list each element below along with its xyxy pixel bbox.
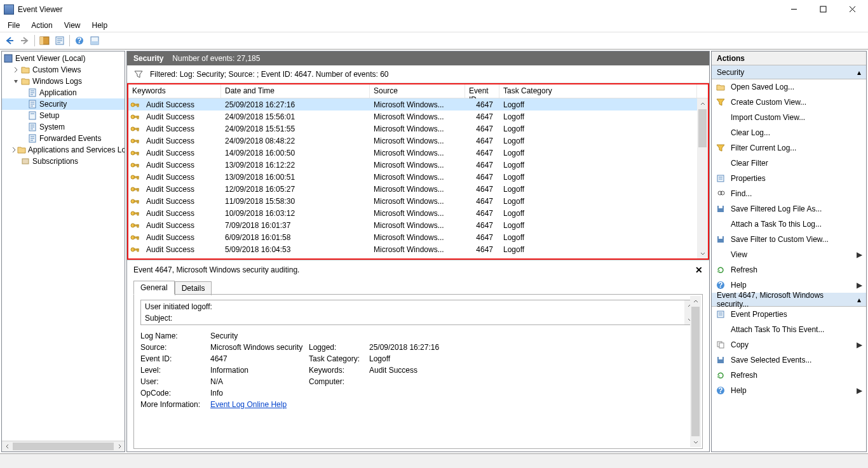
event-row[interactable]: Audit Success5/09/2018 16:04:53Microsoft… (128, 243, 708, 255)
event-row[interactable]: Audit Success24/09/2018 08:48:22Microsof… (128, 135, 708, 147)
close-button[interactable] (837, 0, 867, 19)
action-item[interactable]: Save Selected Events... (712, 352, 866, 368)
scroll-right-icon[interactable] (114, 441, 125, 451)
scroll-left-icon[interactable] (2, 441, 13, 451)
filter-bar: Filtered: Log: Security; Source: ; Event… (127, 65, 709, 83)
event-row[interactable]: Audit Success13/09/2018 16:12:22Microsof… (128, 159, 708, 171)
key-icon (130, 160, 140, 170)
event-row[interactable]: Audit Success13/09/2018 16:00:51Microsof… (128, 171, 708, 183)
menu-file[interactable]: File (3, 20, 25, 31)
tree-security[interactable]: Security (2, 98, 125, 110)
action-item[interactable]: Save Filter to Custom View... (712, 232, 866, 247)
event-row[interactable]: Audit Success6/09/2018 16:01:58Microsoft… (128, 231, 708, 243)
detail-vscrollbar[interactable] (690, 296, 701, 447)
help-button[interactable]: ? (72, 34, 86, 48)
center-heading-title: Security (133, 54, 163, 63)
cell-datetime: 24/09/2018 15:56:01 (221, 112, 370, 121)
action-item[interactable]: Save Filtered Log File As... (712, 201, 866, 217)
menu-help[interactable]: Help (87, 20, 113, 31)
cell-keywords: Audit Success (142, 185, 221, 194)
expand-icon[interactable] (11, 66, 20, 74)
tree-forwarded-events[interactable]: Forwarded Events (2, 133, 125, 144)
maximize-button[interactable] (808, 0, 837, 19)
properties-button[interactable] (53, 34, 67, 48)
taskcat-label: Task Category: (309, 354, 369, 363)
tree-subscriptions[interactable]: Subscriptions (2, 156, 125, 167)
action-item[interactable]: ?Help▶ (712, 383, 866, 398)
tree-setup[interactable]: Setup (2, 110, 125, 121)
cell-taskcat: Logoff (499, 149, 697, 157)
tree-hscrollbar[interactable] (2, 441, 125, 451)
tab-general[interactable]: General (133, 281, 175, 295)
svg-rect-38 (137, 189, 139, 191)
cell-keywords: Audit Success (142, 149, 221, 157)
cell-source: Microsoft Windows... (370, 112, 465, 121)
show-tree-button[interactable] (37, 34, 51, 48)
tree-windows-logs[interactable]: Windows Logs (2, 76, 125, 87)
action-item[interactable]: Filter Current Log... (712, 140, 866, 156)
collapse-icon[interactable] (11, 77, 20, 86)
menu-view[interactable]: View (59, 20, 86, 31)
tab-details[interactable]: Details (175, 281, 212, 295)
action-item[interactable]: Import Custom View... (712, 110, 866, 125)
col-eventid[interactable]: Event ID (465, 84, 499, 98)
cell-taskcat: Logoff (499, 245, 697, 254)
scroll-down-icon[interactable] (690, 436, 701, 447)
action-item[interactable]: Refresh (712, 368, 866, 383)
event-row[interactable]: Audit Success11/09/2018 15:58:30Microsof… (128, 195, 708, 207)
action-item[interactable]: Find... (712, 186, 866, 201)
tree-label: Application (39, 88, 77, 97)
tree-application[interactable]: Application (2, 87, 125, 98)
event-row[interactable]: Audit Success14/09/2018 16:00:50Microsof… (128, 147, 708, 159)
action-item[interactable]: Open Saved Log... (712, 79, 866, 95)
scroll-up-icon[interactable] (697, 98, 708, 109)
moreinfo-link[interactable]: Event Log Online Help (210, 400, 287, 409)
action-item[interactable]: Clear Filter (712, 156, 866, 171)
events-vscrollbar[interactable] (697, 98, 708, 258)
action-icon (715, 189, 726, 199)
action-item[interactable]: Create Custom View... (712, 95, 866, 110)
svg-rect-23 (137, 128, 139, 131)
tree-custom-views[interactable]: Custom Views (2, 64, 125, 76)
event-row[interactable]: Audit Success24/09/2018 15:56:01Microsof… (128, 110, 708, 123)
action-item[interactable]: Properties (712, 171, 866, 186)
svg-rect-7 (91, 41, 98, 44)
scroll-up-icon[interactable] (690, 296, 701, 307)
action-label: Clear Log... (731, 128, 770, 137)
col-datetime[interactable]: Date and Time (221, 84, 370, 98)
forward-button[interactable] (18, 34, 32, 48)
action-item[interactable]: Attach Task To This Event... (712, 322, 866, 337)
action-item[interactable]: Event Properties (712, 307, 866, 322)
action-item[interactable]: Copy▶ (712, 337, 866, 352)
event-row[interactable]: Audit Success12/09/2018 16:05:27Microsof… (128, 183, 708, 195)
tree-system[interactable]: System (2, 121, 125, 133)
actions-section-security[interactable]: Security ▴ (712, 65, 866, 79)
expand-icon[interactable] (11, 146, 17, 154)
minimize-button[interactable] (779, 0, 808, 19)
tree-root[interactable]: Event Viewer (Local) (2, 53, 125, 64)
event-row[interactable]: Audit Success25/09/2018 16:27:16Microsof… (128, 98, 708, 110)
cell-source: Microsoft Windows... (370, 149, 465, 157)
scroll-down-icon[interactable] (697, 248, 708, 258)
menu-action[interactable]: Action (26, 20, 57, 31)
action-item[interactable]: View▶ (712, 247, 866, 262)
event-row[interactable]: Audit Success7/09/2018 16:01:37Microsoft… (128, 219, 708, 231)
event-row[interactable]: Audit Success10/09/2018 16:03:12Microsof… (128, 207, 708, 219)
detail-close-button[interactable]: ✕ (695, 265, 703, 275)
action-item[interactable]: Refresh (712, 262, 866, 277)
tab-general-body: User initiated logoff: Subject: Log Name… (133, 294, 703, 449)
col-keywords[interactable]: Keywords (128, 84, 221, 98)
back-button[interactable] (3, 34, 17, 48)
action-icon (715, 158, 726, 168)
col-source[interactable]: Source (370, 84, 465, 98)
preview-button[interactable] (88, 34, 102, 48)
key-icon (130, 136, 140, 146)
actions-section-event[interactable]: Event 4647, Microsoft Windows security..… (712, 293, 866, 307)
event-row[interactable]: Audit Success24/09/2018 15:51:55Microsof… (128, 123, 708, 135)
tree-apps-services[interactable]: Applications and Services Logs (2, 144, 125, 156)
action-item[interactable]: Clear Log... (712, 125, 866, 140)
col-taskcat[interactable]: Task Category (499, 84, 697, 98)
action-item[interactable]: Attach a Task To this Log... (712, 217, 866, 232)
filter-text: Filtered: Log: Security; Source: ; Event… (150, 70, 389, 79)
toolbar: ? (0, 32, 868, 50)
